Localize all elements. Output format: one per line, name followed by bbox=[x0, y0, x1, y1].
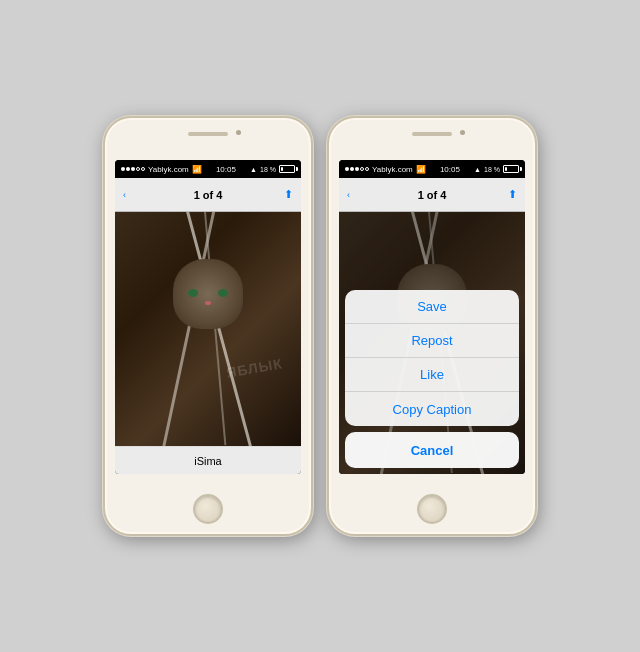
right-carrier-name: Yablyk.com bbox=[372, 165, 413, 174]
action-copy-caption-label: Copy Caption bbox=[393, 402, 472, 417]
dot-1 bbox=[121, 167, 125, 171]
action-sheet-overlay: Save Repost Like Copy Caption bbox=[339, 212, 525, 474]
right-phone: Yablyk.com 📶 10:05 ▲ 18 % ‹ 1 of 4 bbox=[327, 116, 537, 536]
right-share-icon: ⬆ bbox=[508, 188, 517, 200]
right-wifi-icon: 📶 bbox=[416, 165, 426, 174]
right-battery-pct: 18 % bbox=[484, 166, 500, 173]
right-share-button[interactable]: ⬆ bbox=[508, 188, 517, 201]
left-caption-bar: iSima bbox=[115, 446, 301, 474]
right-phone-screen: Yablyk.com 📶 10:05 ▲ 18 % ‹ 1 of 4 bbox=[339, 160, 525, 474]
right-status-bar: Yablyk.com 📶 10:05 ▲ 18 % bbox=[339, 160, 525, 178]
cat-face bbox=[173, 259, 243, 329]
left-share-button[interactable]: ⬆ bbox=[284, 188, 293, 201]
left-nav-bar: ‹ 1 of 4 ⬆ bbox=[115, 178, 301, 212]
action-repost-label: Repost bbox=[411, 333, 452, 348]
cable-1 bbox=[180, 212, 268, 446]
action-like[interactable]: Like bbox=[345, 358, 519, 392]
wifi-icon: 📶 bbox=[192, 165, 202, 174]
left-photo-area: ЯБЛЫК bbox=[115, 212, 301, 446]
battery-pct: 18 % bbox=[260, 166, 276, 173]
right-top-speaker bbox=[412, 132, 452, 136]
dot-5 bbox=[141, 167, 145, 171]
action-copy-caption[interactable]: Copy Caption bbox=[345, 392, 519, 426]
signal-dots bbox=[121, 167, 145, 171]
cat-photo: ЯБЛЫК bbox=[115, 212, 301, 446]
battery-icon bbox=[279, 165, 295, 173]
right-back-button[interactable]: ‹ bbox=[347, 190, 350, 200]
top-speaker bbox=[188, 132, 228, 136]
caption-text: iSima bbox=[194, 455, 222, 467]
left-phone-screen: Yablyk.com 📶 10:05 ▲ 18 % ‹ 1 of 4 bbox=[115, 160, 301, 474]
signal-arrow: ▲ bbox=[250, 166, 257, 173]
status-right: ▲ 18 % bbox=[250, 165, 295, 173]
action-cancel-label: Cancel bbox=[411, 443, 454, 458]
left-nav-title: 1 of 4 bbox=[194, 189, 223, 201]
left-status-bar: Yablyk.com 📶 10:05 ▲ 18 % bbox=[115, 160, 301, 178]
share-icon: ⬆ bbox=[284, 188, 293, 200]
action-save[interactable]: Save bbox=[345, 290, 519, 324]
time-left: 10:05 bbox=[216, 165, 236, 174]
cat-eye-right bbox=[218, 289, 228, 297]
right-time: 10:05 bbox=[440, 165, 460, 174]
left-phone: Yablyk.com 📶 10:05 ▲ 18 % ‹ 1 of 4 bbox=[103, 116, 313, 536]
right-back-arrow-icon: ‹ bbox=[347, 190, 350, 200]
right-battery-fill bbox=[505, 167, 507, 171]
phones-container: Yablyk.com 📶 10:05 ▲ 18 % ‹ 1 of 4 bbox=[103, 116, 537, 536]
right-nav-title: 1 of 4 bbox=[418, 189, 447, 201]
r-dot-3 bbox=[355, 167, 359, 171]
right-nav-bar: ‹ 1 of 4 ⬆ bbox=[339, 178, 525, 212]
cat-eye-left bbox=[188, 289, 198, 297]
action-like-label: Like bbox=[420, 367, 444, 382]
right-status-left: Yablyk.com 📶 bbox=[345, 165, 426, 174]
right-status-right: ▲ 18 % bbox=[474, 165, 519, 173]
watermark: ЯБЛЫК bbox=[225, 355, 284, 381]
r-dot-2 bbox=[350, 167, 354, 171]
r-dot-5 bbox=[365, 167, 369, 171]
cable-2 bbox=[149, 212, 220, 446]
right-signal-dots bbox=[345, 167, 369, 171]
action-save-label: Save bbox=[417, 299, 447, 314]
action-repost[interactable]: Repost bbox=[345, 324, 519, 358]
carrier-name: Yablyk.com bbox=[148, 165, 189, 174]
cat-nose bbox=[205, 301, 211, 305]
status-left: Yablyk.com 📶 bbox=[121, 165, 202, 174]
dot-3 bbox=[131, 167, 135, 171]
r-dot-4 bbox=[360, 167, 364, 171]
left-back-button[interactable]: ‹ bbox=[123, 190, 126, 200]
front-camera bbox=[236, 130, 241, 135]
right-front-camera bbox=[460, 130, 465, 135]
right-photo-area: ЯБЛЫК Save Repost Like bbox=[339, 212, 525, 474]
back-arrow-icon: ‹ bbox=[123, 190, 126, 200]
right-battery-icon bbox=[503, 165, 519, 173]
r-dot-1 bbox=[345, 167, 349, 171]
right-home-button[interactable] bbox=[417, 494, 447, 524]
right-signal-arrow: ▲ bbox=[474, 166, 481, 173]
action-cancel-button[interactable]: Cancel bbox=[345, 432, 519, 468]
dot-4 bbox=[136, 167, 140, 171]
dot-2 bbox=[126, 167, 130, 171]
action-sheet: Save Repost Like Copy Caption bbox=[339, 290, 525, 474]
battery-fill bbox=[281, 167, 283, 171]
action-sheet-group: Save Repost Like Copy Caption bbox=[345, 290, 519, 426]
left-home-button[interactable] bbox=[193, 494, 223, 524]
